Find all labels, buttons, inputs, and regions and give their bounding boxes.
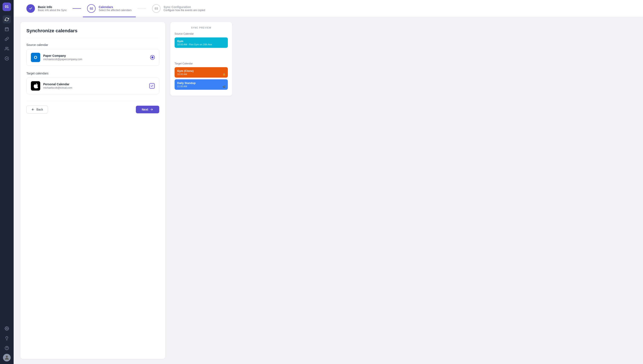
form-title: Synchronize calendars bbox=[26, 28, 159, 38]
next-button[interactable]: Next bbox=[136, 106, 159, 113]
step-3: 03 Sync Configuration Configure how the … bbox=[148, 4, 209, 13]
step-1: Basic Info Basic info about the Sync bbox=[22, 4, 71, 13]
step-divider-2 bbox=[138, 8, 146, 9]
step-3-circle: 03 bbox=[152, 4, 160, 13]
target-section-label: Target calendars bbox=[26, 72, 159, 75]
step-2-title: Calendars bbox=[99, 5, 132, 9]
sidebar-item-help[interactable] bbox=[3, 344, 11, 352]
video-icon: 📹 bbox=[223, 85, 226, 88]
target-calendar-name: Personal Calendar bbox=[43, 82, 146, 86]
app-logo[interactable]: 01 bbox=[3, 2, 11, 11]
sidebar-item-calendar[interactable] bbox=[3, 25, 11, 33]
svg-point-5 bbox=[7, 328, 8, 329]
source-calendar-email: michaelscott@papercompany.com bbox=[43, 58, 147, 61]
step-1-circle bbox=[26, 4, 35, 13]
step-1-subtitle: Basic info about the Sync bbox=[38, 9, 67, 12]
form-footer: Back Next bbox=[26, 101, 159, 114]
target-event-gym-clone: Gym (Clone) 10:00 AM 🔒 bbox=[175, 67, 228, 78]
form-card: Synchronize calendars Source calendar O … bbox=[21, 22, 165, 359]
apple-icon bbox=[31, 81, 40, 90]
step-2-info: Calendars Select the affected calendars bbox=[99, 5, 132, 12]
source-section-label: Source calendar bbox=[26, 43, 159, 46]
source-event-gym: Gym 10:00 AM · Flex Gym on 16th Ave bbox=[175, 38, 228, 48]
source-calendar-row[interactable]: O Paper Company michaelscott@papercompan… bbox=[26, 49, 159, 66]
target-calendar-row[interactable]: Personal Calendar michaelscott@icloud.co… bbox=[26, 78, 159, 94]
preview-source-area: Gym 10:00 AM · Flex Gym on 16th Ave bbox=[175, 38, 228, 59]
step-1-info: Basic Info Basic info about the Sync bbox=[38, 5, 67, 12]
step-divider-1 bbox=[73, 8, 81, 9]
preview-card: SYNC PREVIEW Source Calendar Gym 10:00 A… bbox=[170, 22, 232, 96]
sidebar-item-bulb[interactable] bbox=[3, 334, 11, 342]
main-content: Basic Info Basic info about the Sync 02 … bbox=[14, 0, 643, 364]
back-button[interactable]: Back bbox=[26, 106, 48, 114]
stepper-bar: Basic Info Basic info about the Sync 02 … bbox=[14, 0, 643, 17]
source-calendar-info: Paper Company michaelscott@papercompany.… bbox=[43, 54, 147, 61]
outlook-icon: O bbox=[31, 53, 40, 62]
target-event-1-title: Gym (Clone) bbox=[177, 69, 225, 72]
svg-rect-0 bbox=[5, 28, 9, 31]
preview-source-label: Source Calendar bbox=[175, 32, 228, 35]
lock-icon: 🔒 bbox=[223, 73, 226, 76]
next-arrow-icon bbox=[150, 108, 153, 111]
sidebar: 01 bbox=[0, 0, 14, 364]
step-2: 02 Calendars Select the affected calenda… bbox=[83, 4, 136, 13]
svg-point-10 bbox=[6, 356, 8, 358]
preview-title: SYNC PREVIEW bbox=[175, 26, 228, 29]
step-3-subtitle: Configure how the events are copied bbox=[163, 9, 205, 12]
sidebar-item-links[interactable] bbox=[3, 35, 11, 43]
source-calendar-name: Paper Company bbox=[43, 54, 147, 58]
source-event-time: 10:00 AM · Flex Gym on 16th Ave bbox=[177, 43, 225, 46]
source-radio[interactable] bbox=[150, 55, 155, 60]
sidebar-item-users[interactable] bbox=[3, 45, 11, 53]
target-event-2-time: 11:00 AM bbox=[177, 85, 225, 88]
step-2-circle: 02 bbox=[87, 4, 96, 13]
back-arrow-icon bbox=[31, 108, 35, 111]
step-1-title: Basic Info bbox=[38, 5, 67, 9]
target-calendar-info: Personal Calendar michaelscott@icloud.co… bbox=[43, 82, 146, 89]
preview-target-label: Target Calendar bbox=[175, 62, 228, 65]
source-event-title: Gym bbox=[177, 40, 225, 43]
target-event-1-time: 10:00 AM bbox=[177, 73, 225, 76]
sidebar-item-settings[interactable] bbox=[3, 324, 11, 332]
step-2-subtitle: Select the affected calendars bbox=[99, 9, 132, 12]
target-calendar-email: michaelscott@icloud.com bbox=[43, 86, 146, 89]
sidebar-item-sync[interactable] bbox=[3, 15, 11, 24]
svg-point-4 bbox=[6, 47, 7, 49]
sidebar-item-check[interactable] bbox=[3, 54, 11, 62]
target-checkbox[interactable] bbox=[149, 83, 155, 89]
content-area: Synchronize calendars Source calendar O … bbox=[14, 17, 643, 364]
step-2-active-bar bbox=[83, 16, 136, 17]
target-event-2-title: Daily Standup bbox=[177, 82, 225, 84]
step-3-info: Sync Configuration Configure how the eve… bbox=[163, 5, 205, 12]
step-3-title: Sync Configuration bbox=[163, 5, 205, 9]
target-event-standup: Daily Standup 11:00 AM 📹 bbox=[175, 79, 228, 90]
user-avatar[interactable] bbox=[3, 354, 11, 362]
